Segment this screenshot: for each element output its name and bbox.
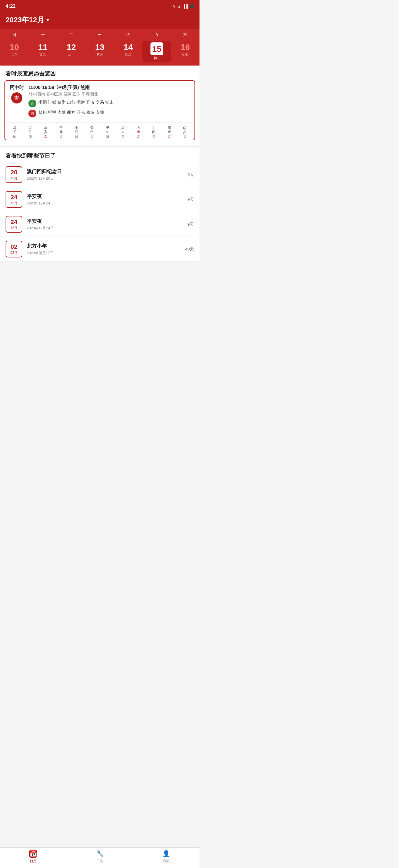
time-gods: 财神|西南 喜神|正南 福神|正东 阳贵|西北 xyxy=(28,92,191,97)
day-lunar: 初四 xyxy=(172,52,199,57)
day-lunar: 廿九 xyxy=(29,52,56,57)
calendar-day-cell[interactable]: 15初三 xyxy=(142,41,171,62)
holiday-day: 24 xyxy=(10,218,17,226)
shichen-cell: 壬辰凶 xyxy=(69,125,84,138)
shi-icon: 吉 xyxy=(11,92,22,103)
ji-activities: 祭祀 祈福 斋醮 酬神 开光 修造 安葬 xyxy=(38,109,191,116)
calendar-day-cell[interactable]: 11廿九 xyxy=(28,41,57,62)
battery-icon: ⬛ xyxy=(190,4,194,8)
signal-icon: ▐▐ xyxy=(183,4,188,8)
shichen-cell: 癸巳吉 xyxy=(85,125,100,138)
holiday-day: 20 xyxy=(10,169,17,176)
holiday-name: 澳门回归纪念日 xyxy=(27,168,183,175)
shichen-heavenly: 戊 xyxy=(7,125,22,130)
day-lunar: 初三 xyxy=(143,56,170,61)
time-panel-inner: 丙申时 吉 15:00-16:59 冲虎(壬寅) 煞南 财神|西南 喜神|正南 … xyxy=(4,80,195,140)
holiday-date: 2023年腊月廿三 xyxy=(27,250,180,255)
shi-label: 丙申时 吉 xyxy=(8,84,25,119)
day-lunar: 初二 xyxy=(114,52,142,57)
day-number: 14 xyxy=(114,42,142,52)
holiday-date: 2023年12月20日 xyxy=(27,176,183,181)
shichen-earthly: 申 xyxy=(131,130,146,134)
shichen-cell: 乙未凶 xyxy=(115,125,131,138)
shichen-jiyi: 凶 xyxy=(69,134,84,138)
shichen-jiyi: 吉 xyxy=(38,134,53,138)
shichen-cell: 辛卯吉 xyxy=(54,125,69,138)
shichen-cell: 庚寅吉 xyxy=(38,125,53,138)
shichen-jiyi: 凶 xyxy=(100,134,115,138)
holiday-info: 平安夜2023年12月24日 xyxy=(27,193,183,206)
calendar-day-cell[interactable]: 13冬月 xyxy=(86,41,114,62)
calendar-day-cell[interactable]: 14初二 xyxy=(114,41,142,62)
holiday-item[interactable]: 2012月澳门回归纪念日2023年12月20日5天 xyxy=(0,162,199,187)
holiday-item[interactable]: 0202月北方小年2023年腊月廿三49天 xyxy=(0,237,199,261)
header-arrow-icon[interactable]: ▾ xyxy=(46,17,49,23)
week-day-label: 五 xyxy=(142,31,171,38)
calendar-day-cell[interactable]: 12三十 xyxy=(57,41,86,62)
week-row: 日一二三四五六 xyxy=(0,29,199,40)
shichen-cell: 丁酉凶 xyxy=(146,125,162,138)
week-day-label: 六 xyxy=(171,31,199,38)
week-day-label: 四 xyxy=(114,31,142,38)
holiday-item[interactable]: 2412月平安夜2023年12月24日9天 xyxy=(0,212,199,237)
shichen-earthly: 丑 xyxy=(23,130,38,134)
status-icons: ⚲ ▲ ▐▐ ⬛ xyxy=(173,4,194,8)
shichen-earthly: 未 xyxy=(115,130,131,134)
holiday-date: 2023年12月24日 xyxy=(27,226,183,231)
shichen-jiyi: 吉 xyxy=(162,134,177,138)
shichen-cell: 丙申吉 xyxy=(131,125,146,138)
shichen-earthly: 午 xyxy=(100,130,115,134)
shichen-jiyi: 凶 xyxy=(146,134,162,138)
calendar-day-cell[interactable]: 10廿八 xyxy=(0,41,28,62)
holiday-item[interactable]: 2412月平安夜2023年12月24日9天 xyxy=(0,187,199,212)
day-number: 15 xyxy=(151,42,163,55)
shichen-heavenly: 己 xyxy=(177,125,193,130)
week-day-label: 日 xyxy=(0,31,28,38)
header-title[interactable]: 2023年12月 xyxy=(6,15,44,25)
status-bar: 4:22 ⚲ ▲ ▐▐ ⬛ xyxy=(0,0,199,12)
day-lunar: 冬月 xyxy=(86,52,113,57)
shichen-cell: 甲午凶 xyxy=(100,125,115,138)
holiday-date: 2023年12月24日 xyxy=(27,201,183,206)
holiday-day: 24 xyxy=(10,193,17,201)
shichen-earthly: 卯 xyxy=(54,130,69,134)
holiday-month: 12月 xyxy=(10,226,17,230)
shichen-cell: 己亥吉 xyxy=(177,125,193,138)
holiday-info: 澳门回归纪念日2023年12月20日 xyxy=(27,168,183,181)
shichen-heavenly: 癸 xyxy=(85,125,100,130)
calendar-day-cell[interactable]: 16初四 xyxy=(171,41,199,62)
holiday-info: 北方小年2023年腊月廿三 xyxy=(27,243,180,255)
ji-badge: 忌 xyxy=(28,110,36,117)
shichen-jiyi: 吉 xyxy=(85,134,100,138)
holiday-countdown: 9天 xyxy=(188,197,194,202)
holiday-date-box: 2012月 xyxy=(6,166,22,183)
day-number: 10 xyxy=(1,42,28,52)
shichen-heavenly: 己 xyxy=(23,125,38,130)
time-range: 15:00-16:59 冲虎(壬寅) 煞南 xyxy=(28,84,191,91)
holiday-countdown: 5天 xyxy=(188,172,194,177)
holidays-list: 2012月澳门回归纪念日2023年12月20日5天2412月平安夜2023年12… xyxy=(0,162,199,261)
shichen-earthly: 寅 xyxy=(38,130,53,134)
yi-section: 宜 求嗣 订婚 嫁娶 出行 求财 开市 交易 安床 xyxy=(28,99,191,107)
header: 2023年12月 ▾ xyxy=(0,12,199,29)
time-info: 15:00-16:59 冲虎(壬寅) 煞南 财神|西南 喜神|正南 福神|正东 … xyxy=(28,84,191,119)
week-day-label: 三 xyxy=(86,31,114,38)
shichen-jiyi: 吉 xyxy=(131,134,146,138)
shichen-heavenly: 乙 xyxy=(115,125,131,130)
week-day-label: 二 xyxy=(57,31,86,38)
holiday-date-box: 2412月 xyxy=(6,216,22,232)
shichen-earthly: 巳 xyxy=(85,130,100,134)
holiday-day: 02 xyxy=(10,243,17,250)
shichen-heavenly: 甲 xyxy=(100,125,115,130)
shichen-cell: 戊子凶 xyxy=(7,125,22,138)
holiday-month: 12月 xyxy=(10,176,17,181)
day-number: 11 xyxy=(29,42,56,52)
wifi-icon: ▲ xyxy=(177,4,181,8)
shichen-row: 戊子凶己丑凶庚寅吉辛卯吉壬辰凶癸巳吉甲午凶乙未凶丙申吉丁酉凶戊戌吉己亥吉 xyxy=(5,123,195,140)
yi-badge: 宜 xyxy=(28,100,36,107)
holiday-info: 平安夜2023年12月24日 xyxy=(27,218,183,231)
holiday-month: 02月 xyxy=(10,250,17,255)
holiday-date-box: 2412月 xyxy=(6,191,22,208)
time-panel-header: 丙申时 吉 15:00-16:59 冲虎(壬寅) 煞南 财神|西南 喜神|正南 … xyxy=(5,81,195,123)
day-number: 16 xyxy=(172,42,199,52)
